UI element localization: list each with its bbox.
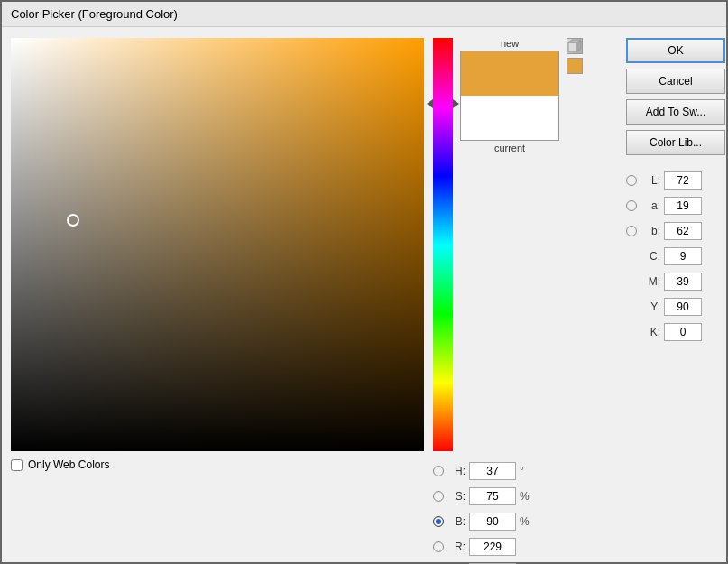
c-input[interactable] [664,247,702,265]
c-label: C: [640,250,660,263]
b3-label: b: [640,225,660,237]
color-libraries-button[interactable]: Color Lib... [626,130,725,155]
r-label: R: [447,541,465,553]
s-label: S: [447,490,465,503]
b3-radio[interactable] [626,226,637,236]
b3-input[interactable] [664,222,702,240]
b-field-row: B: % [433,511,532,532]
b-label: B: [447,515,465,528]
a-label: a: [640,199,660,212]
m-input[interactable] [664,273,702,291]
r-radio[interactable] [433,541,444,552]
swatch-icons [567,38,583,74]
h-radio[interactable] [433,466,444,476]
c-field-row: C: [626,245,725,267]
svg-marker-2 [577,40,581,51]
fields-section: H: ° S: % B: [433,460,613,564]
preview-current-color [461,96,558,140]
right-fields: L: a: b: C: [626,170,725,343]
hue-arrow-left-icon [427,99,433,108]
h-field-row: H: ° [433,460,532,482]
k-label: K: [640,326,660,338]
a-radio[interactable] [626,200,637,211]
preview-icons-wrapper: new current [460,38,583,157]
b-radio[interactable] [433,516,444,527]
h-input[interactable] [469,462,516,480]
ok-button[interactable]: OK [626,38,725,63]
s-field-row: S: % [433,485,532,507]
left-field-column: H: ° S: % B: [433,460,532,564]
preview-new-color [461,51,558,96]
color-canvas[interactable] [11,38,424,451]
m-field-row: M: [626,271,725,292]
cancel-button[interactable]: Cancel [626,69,725,94]
y-input[interactable] [664,298,702,316]
hue-slider[interactable] [433,38,453,451]
m-label: M: [640,275,660,288]
color-picker-dialog: Color Picker (Foreground Color) Only Web… [0,0,728,564]
color-swatch[interactable] [460,51,559,141]
y-field-row: Y: [626,296,725,318]
b-unit: % [520,515,532,528]
a-input[interactable] [664,197,702,215]
color-field[interactable] [11,38,424,451]
h-label: H: [447,465,465,477]
new-label: new [501,38,519,49]
y-label: Y: [640,300,660,313]
color-field-wrapper: Only Web Colors [11,38,424,544]
l-field-row: L: [626,170,725,191]
hue-slider-wrapper [433,38,453,451]
current-label: current [494,143,525,153]
l-input[interactable] [664,171,702,190]
k-field-row: K: [626,321,725,343]
only-web-colors-checkbox[interactable] [11,459,23,471]
color-preview-area: new current [460,38,559,153]
s-radio[interactable] [433,491,444,502]
middle-section: new current [433,38,613,544]
dialog-title: Color Picker (Foreground Color) [11,7,178,21]
add-swatch-button[interactable]: Add To Sw... [626,99,725,125]
s-unit: % [520,490,532,503]
svg-rect-0 [568,42,577,51]
l-radio[interactable] [626,175,637,186]
content-area: Only Web Colors new [2,27,726,555]
s-input[interactable] [469,487,516,505]
b3-field-row: b: [626,220,725,242]
h-unit: ° [520,465,532,477]
l-label: L: [640,174,660,187]
right-section: OK Cancel Add To Sw... Color Lib... L: a… [626,38,725,544]
r-field-row: R: [433,536,532,558]
hue-and-preview: new current [433,38,613,451]
out-of-gamut-icon [567,58,583,74]
hue-arrow-right-icon [453,99,459,108]
title-bar: Color Picker (Foreground Color) [2,2,726,27]
k-input[interactable] [664,323,702,341]
b-input[interactable] [469,513,516,531]
r-input[interactable] [469,538,516,556]
a-field-row: a: [626,195,725,217]
preview-and-fields: new current [460,38,559,157]
only-web-colors-label: Only Web Colors [28,458,109,471]
web-color-cube-icon [567,38,583,54]
only-web-colors-row: Only Web Colors [11,458,424,471]
